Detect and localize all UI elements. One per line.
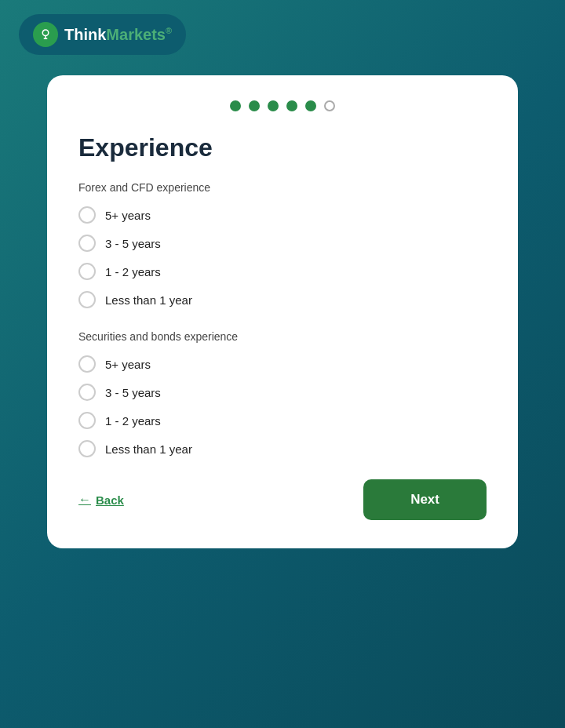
forex-label-less1: Less than 1 year: [105, 293, 192, 307]
sec-radio-5plus[interactable]: [78, 355, 96, 373]
dot-3: [268, 100, 279, 111]
header: ThinkMarkets®: [0, 0, 565, 69]
dot-2: [249, 100, 260, 111]
dot-6: [324, 100, 335, 111]
sec-option-3to5[interactable]: 3 - 5 years: [78, 384, 487, 401]
forex-label-3to5: 3 - 5 years: [105, 237, 161, 250]
main-card: Experience Forex and CFD experience 5+ y…: [47, 75, 518, 548]
forex-label-5plus: 5+ years: [105, 209, 151, 222]
forex-label-1to2: 1 - 2 years: [105, 265, 161, 278]
sec-radio-1to2[interactable]: [78, 412, 96, 429]
back-label: Back: [96, 493, 124, 507]
forex-radio-1to2[interactable]: [78, 263, 96, 280]
logo-text: ThinkMarkets®: [64, 26, 172, 44]
dot-4: [286, 100, 297, 111]
forex-radio-group: 5+ years 3 - 5 years 1 - 2 years Less th…: [78, 206, 487, 308]
forex-radio-less1[interactable]: [78, 291, 96, 308]
page-title: Experience: [78, 133, 487, 162]
sec-radio-less1[interactable]: [78, 440, 96, 457]
sec-option-5plus[interactable]: 5+ years: [78, 355, 487, 373]
dot-5: [305, 100, 316, 111]
securities-radio-group: 5+ years 3 - 5 years 1 - 2 years Less th…: [78, 355, 487, 457]
sec-option-1to2[interactable]: 1 - 2 years: [78, 412, 487, 429]
sec-label-1to2: 1 - 2 years: [105, 414, 161, 428]
sec-option-less1[interactable]: Less than 1 year: [78, 440, 487, 457]
progress-dots: [78, 100, 487, 111]
forex-section-label: Forex and CFD experience: [78, 181, 487, 194]
forex-option-1to2[interactable]: 1 - 2 years: [78, 263, 487, 280]
footer-actions: ← Back Next: [78, 479, 487, 520]
logo-icon: [33, 22, 58, 47]
sec-label-3to5: 3 - 5 years: [105, 386, 161, 399]
forex-radio-5plus[interactable]: [78, 206, 96, 224]
forex-radio-3to5[interactable]: [78, 235, 96, 252]
forex-option-5plus[interactable]: 5+ years: [78, 206, 487, 224]
logo-container: ThinkMarkets®: [19, 14, 186, 55]
back-arrow-icon: ←: [78, 493, 91, 507]
forex-option-less1[interactable]: Less than 1 year: [78, 291, 487, 308]
sec-label-5plus: 5+ years: [105, 358, 151, 371]
dot-1: [230, 100, 241, 111]
forex-option-3to5[interactable]: 3 - 5 years: [78, 235, 487, 252]
next-button[interactable]: Next: [363, 479, 487, 520]
sec-label-less1: Less than 1 year: [105, 442, 192, 456]
sec-radio-3to5[interactable]: [78, 384, 96, 401]
svg-point-0: [42, 30, 49, 36]
securities-section-label: Securities and bonds experience: [78, 330, 487, 343]
back-button[interactable]: ← Back: [78, 493, 124, 507]
